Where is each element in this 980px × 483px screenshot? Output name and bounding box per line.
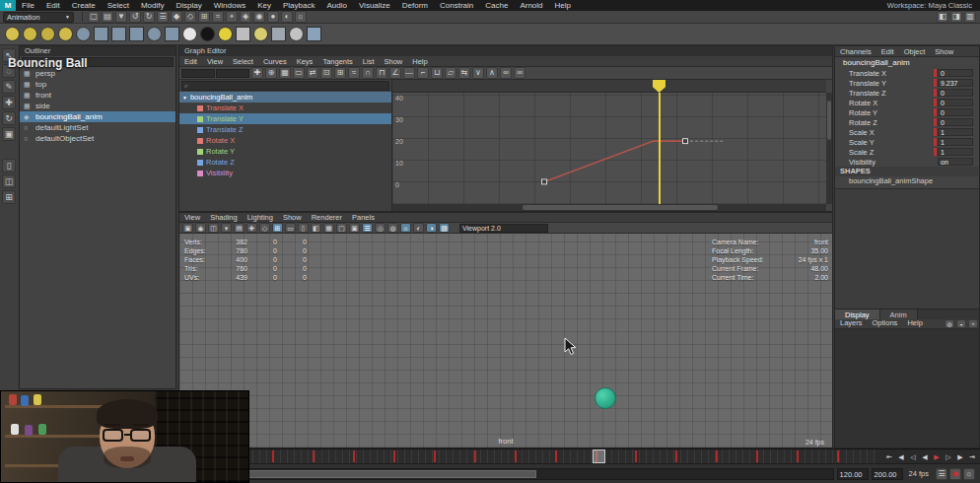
camera-attributes-icon[interactable]: ◫ [208, 223, 219, 233]
ge-channel-translate-x[interactable]: Translate X [179, 103, 391, 113]
resolution-gate-icon[interactable]: ▯ [298, 223, 309, 233]
ge-playhead[interactable] [659, 93, 661, 204]
viewport-menu[interactable]: Show [278, 213, 307, 222]
shadows-icon[interactable]: ◐ [413, 223, 424, 233]
channel-box-menu[interactable]: Show [930, 46, 958, 56]
graph-editor-plot[interactable]: 403020100 [392, 93, 826, 204]
material-yellow-ball-icon[interactable] [218, 27, 233, 41]
ge-channel-rotate-y[interactable]: Rotate Y [179, 146, 391, 157]
utility-gear-icon[interactable] [289, 27, 304, 41]
menu-item[interactable]: Create [66, 0, 102, 11]
menu-item[interactable]: Help [549, 0, 577, 11]
play-backwards-button[interactable]: ◀ [919, 450, 931, 463]
new-scene-icon[interactable]: ▢ [88, 11, 100, 23]
select-by-component-icon[interactable]: ◇ [184, 11, 196, 23]
channel-rotate-y[interactable]: Rotate Y 0 [835, 107, 979, 117]
poly-sphere-icon[interactable] [76, 27, 91, 41]
move-nearest-key-icon[interactable]: ✚ [251, 67, 263, 79]
graph-vertical-scrollbar[interactable] [826, 93, 832, 204]
scrollbar-thumb[interactable] [523, 205, 718, 210]
new-layer-from-selected-icon[interactable]: ◓ [968, 319, 978, 328]
channel-value-field[interactable]: 0 [938, 69, 973, 77]
channel-box-menu[interactable]: Object [899, 46, 931, 56]
two-d-pan-zoom-icon[interactable]: ✚ [246, 223, 257, 233]
playback-end-field[interactable]: 120.00 [837, 468, 869, 480]
menu-item[interactable]: Edit [40, 0, 66, 11]
graph-editor-menu[interactable]: List [358, 56, 380, 66]
light-icon[interactable] [253, 27, 268, 41]
layer-editor-menu[interactable]: Options [868, 318, 903, 328]
graph-editor-menu[interactable]: Help [407, 56, 432, 66]
step-back-frame-button[interactable]: ◀ [895, 450, 907, 463]
ge-channel-rotate-x[interactable]: Rotate X [179, 135, 391, 146]
viewport-menu[interactable]: Lighting [243, 213, 278, 222]
default-lighting-icon[interactable]: ☼ [400, 223, 411, 233]
channel-translate-x[interactable]: Translate X 0 [835, 68, 979, 78]
graph-editor-menu[interactable]: Tangents [317, 56, 357, 66]
ge-channel-rotate-z[interactable]: Rotate Z [179, 157, 391, 168]
outliner-item-defaultobjectset[interactable]: ○ defaultObjectSet [20, 133, 175, 144]
ambient-occlusion-icon[interactable]: ◑ [426, 223, 437, 233]
ge-playhead-marker[interactable] [653, 80, 665, 93]
insert-keys-icon[interactable]: ⊕ [265, 67, 277, 79]
play-forwards-button[interactable]: ▶ [931, 450, 943, 463]
expand-caret-icon[interactable]: ▼ [182, 95, 187, 101]
linear-tangent-icon[interactable]: ∠ [389, 67, 401, 79]
poly-torus-icon[interactable] [147, 27, 162, 41]
character-set-menu-icon[interactable]: ☰ [936, 468, 947, 480]
make-live-icon[interactable]: ◉ [253, 11, 265, 23]
pencil-curve-tool-icon[interactable] [40, 27, 55, 41]
graph-editor-time-ruler[interactable] [392, 80, 826, 93]
anti-aliasing-icon[interactable]: ▨ [439, 223, 450, 233]
cv-curve-tool-icon[interactable] [5, 27, 20, 41]
go-to-playback-start-button[interactable]: ⇤ [883, 450, 895, 463]
camera-shelf-icon[interactable] [271, 27, 286, 41]
film-gate-icon[interactable]: ▭ [285, 223, 296, 233]
arc-tool-icon[interactable] [58, 27, 73, 41]
snap-to-curve-icon[interactable]: ≈ [212, 11, 224, 23]
graph-editor-menu[interactable]: View [202, 56, 228, 66]
menu-item[interactable]: Visualize [353, 0, 396, 11]
flat-tangent-icon[interactable]: — [403, 67, 415, 79]
menu-item[interactable]: Cache [479, 0, 514, 11]
render-settings-icon[interactable]: ☼ [295, 11, 307, 23]
channel-box-menu[interactable]: Edit [876, 46, 899, 56]
snap-to-point-icon[interactable]: ⌖ [226, 11, 238, 23]
menu-item[interactable]: Constrain [434, 0, 479, 11]
safe-action-icon[interactable]: ▢ [336, 223, 347, 233]
selected-object-name[interactable]: bouncingBall_anim [835, 57, 979, 68]
playback-speed-label[interactable]: 24 fps [906, 469, 932, 478]
ge-tree-root-row[interactable]: ▼ bouncingBall_anim [179, 92, 391, 103]
isolate-select-icon[interactable]: ◇ [259, 223, 270, 233]
step-back-key-button[interactable]: ◁ [907, 450, 919, 463]
scrollbar-thumb[interactable] [827, 101, 831, 140]
channel-value-field[interactable]: 0 [938, 99, 973, 106]
layer-tab-display[interactable]: Display [835, 310, 880, 319]
go-to-playback-end-button[interactable]: ⇥ [966, 450, 978, 463]
rotate-tool-icon[interactable]: ↻ [2, 111, 16, 125]
select-by-hierarchy-icon[interactable]: ☰ [157, 11, 169, 23]
attribute-editor-toggle-icon[interactable]: ◧ [937, 11, 948, 23]
wireframe-on-shaded-icon[interactable]: ◍ [387, 223, 398, 233]
channel-value-field[interactable]: 0 [938, 118, 973, 126]
material-white-ball-icon[interactable] [182, 27, 197, 41]
lock-camera-icon[interactable]: ◉ [195, 223, 206, 233]
safe-title-icon[interactable]: ▣ [349, 223, 360, 233]
shape-node-name[interactable]: bouncingBall_animShape [835, 176, 979, 186]
workspace-selector[interactable]: Workspace: Maya Classic [879, 1, 980, 10]
menu-item[interactable]: Key [251, 0, 277, 11]
bookmarks-icon[interactable]: ▾ [221, 223, 232, 233]
move-tool-icon[interactable]: ✚ [2, 96, 16, 109]
poly-plane-icon[interactable] [129, 27, 144, 41]
xray-icon[interactable]: ◎ [375, 223, 385, 233]
ge-channel-translate-y[interactable]: Translate Y [179, 113, 391, 124]
viewport-menu[interactable]: Renderer [307, 213, 347, 222]
graph-horizontal-scrollbar[interactable] [392, 204, 826, 211]
channel-value-field[interactable]: 1 [938, 148, 973, 156]
outliner-item-side[interactable]: ▦ side [20, 101, 175, 111]
select-camera-icon[interactable]: ▣ [182, 223, 193, 233]
step-forward-key-button[interactable]: ▷ [943, 450, 954, 463]
grid-toggle-icon[interactable]: ⊞ [272, 223, 283, 233]
channel-scale-x[interactable]: Scale X 1 [835, 127, 979, 137]
channel-value-field[interactable]: 9.237 [938, 79, 973, 87]
